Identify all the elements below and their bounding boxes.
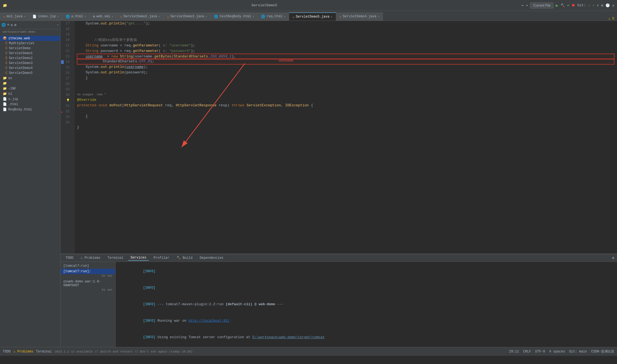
run-path[interactable]: ocweb-demo.war:1.0-SNAPSHOT: [61, 279, 115, 288]
sidebar-icon3[interactable]: ⇅: [11, 23, 13, 27]
sidebar-item-servletdemo2[interactable]: C ServletDemo2: [0, 56, 60, 61]
tab-close-req[interactable]: ✕: [284, 15, 286, 18]
tab-icon: ☕: [167, 15, 169, 19]
status-crlf[interactable]: CRLF: [523, 350, 531, 354]
tab-icon: ☕: [120, 15, 122, 19]
tab-close-ahtml[interactable]: ✕: [84, 15, 86, 18]
status-problems[interactable]: ⚠ Problems: [13, 349, 33, 354]
tab-index[interactable]: 📄 index.jsp ✕: [29, 12, 62, 21]
line-num-33: 33: [61, 114, 72, 120]
line-num-18: 18: [61, 26, 72, 32]
panel-tab-problems[interactable]: ⚠ Problems: [78, 255, 103, 260]
current-file-button[interactable]: Current File: [530, 2, 553, 9]
status-bar: TODO ⚠ Problems Terminal 2023.1.2 is ava…: [0, 347, 617, 356]
code-area[interactable]: System.out.println("get...."); //根据key获取…: [74, 21, 617, 254]
sidebar-item-html[interactable]: 📄 .html: [0, 102, 60, 107]
reload-icon[interactable]: ↩: [567, 3, 569, 8]
refresh-icon[interactable]: ↺: [612, 3, 614, 8]
run-path-label: ocweb-demo.war:1.0-SNAPSHOT: [63, 280, 101, 287]
panel-tab-dependencies[interactable]: Dependencies: [198, 255, 226, 260]
tab-testreqbody[interactable]: 🌐 testReqBody.html ✕: [211, 12, 258, 21]
tab-ahtml[interactable]: 🌐 a.html ✕: [62, 12, 90, 21]
localhost-link[interactable]: http://localhost:81/: [188, 319, 230, 323]
nav-forward-icon[interactable]: ➡: [526, 3, 528, 8]
status-encoding[interactable]: UTF-8: [535, 350, 545, 354]
tab-mo1[interactable]: ☕ mo1.java ✕: [0, 12, 29, 21]
sidebar-label: nl: [8, 92, 12, 96]
tab-close-webxml[interactable]: ✕: [112, 15, 113, 18]
tab-close-servlet5[interactable]: ✕: [331, 15, 333, 18]
tab-req[interactable]: 🌐 req.html ✕: [258, 12, 289, 21]
sidebar-icon4[interactable]: ⚙: [14, 23, 17, 27]
panel-tab-services[interactable]: Services: [128, 255, 149, 261]
tab-servlet4[interactable]: ☕ ServletDemo4.java ✕: [336, 12, 383, 21]
panel-tab-profiler[interactable]: Profiler: [151, 255, 172, 260]
status-terminal[interactable]: Terminal: [36, 350, 52, 354]
stop-icon[interactable]: ⏹: [572, 3, 575, 7]
sidebar-item-servletdemo1[interactable]: C ServletDemo1: [0, 51, 60, 56]
tab-close-testreqbody[interactable]: ✕: [253, 15, 254, 18]
tab-close-servlet2[interactable]: ✕: [158, 15, 160, 18]
sidebar-item-nl[interactable]: 📁 nl: [0, 91, 60, 96]
sidebar-icon2[interactable]: ≡: [7, 23, 9, 27]
sidebar-item-es[interactable]: 📁 es: [0, 76, 60, 81]
status-right: 29:11 CRLF UTF-8 4 spaces Git: main CSDN…: [509, 349, 614, 354]
file-icon: 📄: [3, 97, 7, 101]
history-icon[interactable]: 🕐: [605, 3, 610, 8]
tab-close-servlet3[interactable]: ✕: [205, 15, 207, 18]
sidebar-item-myhttpservlet[interactable]: C MyHttpServlet: [0, 41, 60, 46]
code-line-19: [77, 32, 614, 37]
status-position[interactable]: 29:11: [509, 350, 519, 354]
tab-close-servlet4[interactable]: ✕: [378, 15, 379, 18]
status-indent[interactable]: 4 spaces: [549, 350, 565, 354]
git-push-icon[interactable]: ⬆: [597, 3, 599, 8]
sidebar-icon1[interactable]: 🌐: [1, 23, 6, 27]
tab-label: req.html: [267, 15, 283, 18]
build-icon[interactable]: 🔨: [561, 3, 565, 8]
sidebar-item-reqbody[interactable]: 📄 ReqBody.html: [0, 107, 60, 112]
tab-servlet3[interactable]: ☕ ServletDemo3.java ✕: [164, 12, 211, 21]
settings-icon[interactable]: ⚙: [601, 3, 603, 8]
sidebar-item-itheima-web[interactable]: 📦 itheima.web: [0, 36, 60, 41]
panel-tab-todo[interactable]: TODO: [63, 255, 76, 260]
run-item[interactable]: [tomcat7:run]:: [61, 269, 115, 274]
status-user: CSDN·亚洲比亚: [591, 349, 614, 354]
line-num-24: 24: [61, 59, 72, 65]
tab-servlet2[interactable]: ☕ ServletDemo2.java ✕: [117, 12, 164, 21]
sidebar-item-xjsp[interactable]: 📄 x.jsp: [0, 96, 60, 102]
tab-close-index[interactable]: ✕: [57, 15, 59, 18]
folder-icon: 📁: [3, 92, 7, 96]
panel-tab-build[interactable]: 🔨 Build: [174, 255, 195, 260]
console-output: [INFO] [INFO] [INFO] --- tomcat7-maven-p…: [116, 262, 617, 347]
sidebar-item-servletdemo4[interactable]: C ServletDemo4: [0, 66, 60, 71]
tab-icon: ☕: [3, 15, 5, 19]
sidebar-label: ServletDemo2: [9, 56, 32, 60]
console-line-2: [INFO]: [118, 280, 614, 296]
sidebar-label: x.jsp: [8, 97, 18, 101]
tab-icon: 🌐: [214, 15, 218, 19]
sidebar-item-servletdemo3[interactable]: C ServletDemo3: [0, 61, 60, 66]
console-line-4: [INFO] Running war on http://localhost:8…: [118, 313, 614, 329]
tab-servlet5[interactable]: ☕ ServletDemo5.java ✕: [289, 12, 336, 21]
git-check1: ✓: [588, 3, 590, 8]
console-line-3: [INFO] --- tomcat7-maven-plugin:2.2:run …: [118, 296, 614, 313]
workspace-link[interactable]: D:\workspace\web-demo\target\tomcat: [253, 335, 325, 339]
sidebar-item-inf[interactable]: 📁 -INF: [0, 86, 60, 91]
panel-tab-terminal[interactable]: Terminal: [105, 255, 126, 260]
nav-back-icon[interactable]: ⬅: [522, 3, 524, 8]
code-editor[interactable]: 17 18 19 20 21 22 23 24 25 26 27 28 29: [61, 21, 617, 254]
line-num-28: 28: [61, 81, 72, 87]
sidebar-collapse[interactable]: –: [57, 23, 59, 27]
sidebar-item-servletdemo5[interactable]: C ServletDemo5: [0, 71, 60, 76]
folder-icon: 📁: [3, 81, 7, 85]
sidebar-item-servletdemo[interactable]: C ServletDemo: [0, 46, 60, 51]
status-todo[interactable]: TODO: [3, 350, 11, 354]
top-toolbar: 📁 ServletDemo5 ⬅ ➡ Current File ▶ 🔨 ↩ ⏹ …: [0, 0, 617, 11]
run-icon[interactable]: ▶: [556, 3, 558, 8]
panel-settings-icon[interactable]: ⚙: [612, 256, 614, 260]
sidebar-label: ReqBody.html: [8, 108, 32, 112]
sidebar-item-empty[interactable]: 📁: [0, 81, 60, 86]
line-num-27: 27: [61, 76, 72, 81]
tab-webxml[interactable]: ⚙ web.xml ✕: [90, 12, 117, 21]
tab-close-mo1[interactable]: ✕: [24, 15, 26, 18]
